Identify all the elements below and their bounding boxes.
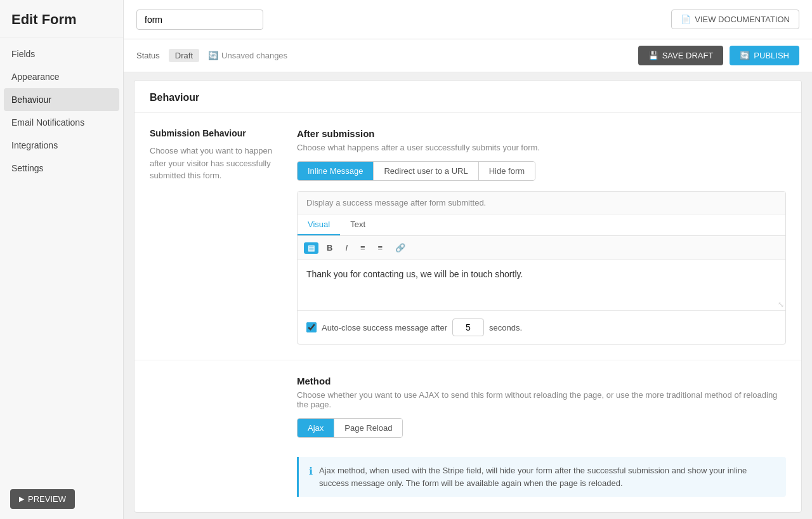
status-actions: 💾 SAVE DRAFT 🔄 PUBLISH [638,46,799,65]
unsaved-icon: 🔄 [208,51,218,60]
bold-button[interactable]: B [322,240,337,255]
after-submission-desc: Choose what happens after a user success… [297,143,786,152]
info-icon: ℹ [309,465,313,489]
align-icon[interactable]: ▤ [304,242,318,254]
editor-tab-visual[interactable]: Visual [298,214,340,235]
save-icon: 💾 [648,51,658,60]
info-text: Ajax method, when used with the Stripe f… [319,464,776,489]
save-draft-button[interactable]: 💾 SAVE DRAFT [638,46,724,65]
status-left: Status Draft 🔄 Unsaved changes [136,49,287,62]
method-tabs: Ajax Page Reload [297,418,403,438]
publish-button[interactable]: 🔄 PUBLISH [730,46,799,65]
editor-tab-text[interactable]: Text [340,214,376,235]
status-bar: Status Draft 🔄 Unsaved changes 💾 SAVE DR… [124,39,812,72]
right-col: After submission Choose what happens aft… [297,128,786,345]
editor-toolbar: ▤ B I ≡ ≡ 🔗 [298,236,785,260]
app-title: Edit Form [0,0,123,37]
sidebar-item-integrations[interactable]: Integrations [0,134,123,157]
auto-close-checkbox[interactable] [306,322,317,332]
after-submission-tabs: Inline Message Redirect user to a URL Hi… [297,161,535,181]
submission-behaviour-title: Submission Behaviour [150,128,277,138]
ordered-list-button[interactable]: ≡ [374,240,388,255]
tab-inline-message[interactable]: Inline Message [298,162,374,180]
publish-icon: 🔄 [740,51,750,60]
docs-icon: 📄 [681,15,691,24]
auto-close-row: Auto-close success message after seconds… [298,311,785,344]
method-section: Method Choose whether you want to use AJ… [134,360,801,512]
seconds-label: seconds. [489,323,522,332]
unsaved-changes: 🔄 Unsaved changes [208,51,287,60]
resize-handle[interactable]: ⤡ [778,300,784,309]
tab-page-reload[interactable]: Page Reload [334,419,402,437]
sidebar-item-appearance[interactable]: Appearance [0,65,123,88]
main-area: 📄 VIEW DOCUMENTATION Status Draft 🔄 Unsa… [124,0,812,519]
sidebar-item-behaviour[interactable]: Behaviour [4,88,119,111]
sidebar-item-settings[interactable]: Settings [0,157,123,180]
behaviour-section: Behaviour Submission Behaviour Choose wh… [134,80,802,513]
unordered-list-button[interactable]: ≡ [356,240,370,255]
content-area: Behaviour Submission Behaviour Choose wh… [124,72,812,519]
editor-tabs: Visual Text [298,214,785,236]
submission-body: Submission Behaviour Choose what you wan… [134,113,801,360]
method-right-col: Method Choose whether you want to use AJ… [297,376,786,497]
message-box: Display a success message after form sub… [297,191,786,345]
auto-close-label: Auto-close success message after [322,323,447,332]
method-desc: Choose whether you want to use AJAX to s… [297,390,786,409]
preview-button[interactable]: ▶ PREVIEW [10,489,75,509]
section-title: Behaviour [150,92,786,103]
tab-hide-form[interactable]: Hide form [479,162,535,180]
method-left-col [150,376,277,497]
sidebar-item-email-notifications[interactable]: Email Notifications [0,111,123,134]
preview-icon: ▶ [19,495,24,503]
sidebar-nav: Fields Appearance Behaviour Email Notifi… [0,37,123,479]
form-name-input[interactable] [136,10,263,30]
ajax-info-box: ℹ Ajax method, when used with the Stripe… [297,457,786,497]
status-label: Status [136,51,160,60]
italic-button[interactable]: I [341,240,352,255]
view-documentation-button[interactable]: 📄 VIEW DOCUMENTATION [671,10,799,29]
auto-close-seconds-input[interactable] [452,319,484,336]
tab-redirect-url[interactable]: Redirect user to a URL [374,162,478,180]
editor-content[interactable]: Thank you for contacting us, we will be … [298,260,785,311]
after-submission-title: After submission [297,128,786,139]
method-title: Method [297,376,786,386]
section-header: Behaviour [134,81,801,113]
sidebar: Edit Form Fields Appearance Behaviour Em… [0,0,124,519]
link-button[interactable]: 🔗 [391,240,410,255]
status-badge: Draft [169,49,199,62]
sidebar-bottom: ▶ PREVIEW [0,479,123,519]
left-col: Submission Behaviour Choose what you wan… [150,128,277,345]
message-box-info: Display a success message after form sub… [298,192,785,214]
sidebar-item-fields[interactable]: Fields [0,43,123,65]
top-bar: 📄 VIEW DOCUMENTATION [124,0,812,39]
tab-ajax[interactable]: Ajax [298,419,334,437]
submission-behaviour-desc: Choose what you want to happen after you… [150,145,277,182]
